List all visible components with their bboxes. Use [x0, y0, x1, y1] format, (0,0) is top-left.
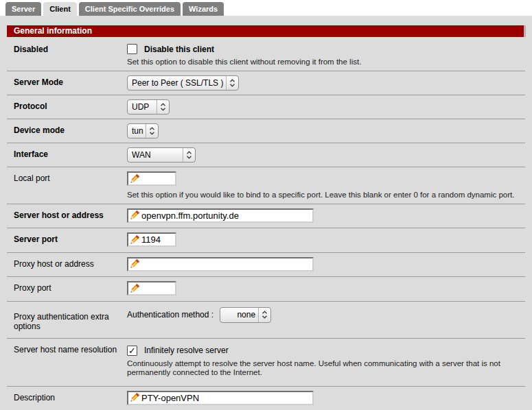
select-arrows-icon	[258, 308, 270, 322]
row-server-port: Server port	[7, 228, 525, 253]
disable-client-checkbox-label: Disable this client	[144, 45, 214, 54]
row-proxy-auth: Proxy authentication extra options Authe…	[7, 302, 525, 339]
proxy-host-input[interactable]	[140, 259, 312, 269]
pencil-icon	[129, 283, 140, 294]
server-mode-select[interactable]: Peer to Peer ( SSL/TLS )	[127, 75, 239, 91]
select-arrows-icon	[226, 76, 238, 90]
tab-client[interactable]: Client	[43, 2, 77, 16]
protocol-select[interactable]: UDP	[127, 99, 170, 114]
tab-wizards[interactable]: Wizards	[183, 2, 224, 16]
infinitely-resolve-checkbox[interactable]: ✓	[127, 346, 137, 356]
proxy-port-input[interactable]	[140, 283, 175, 293]
server-host-field	[127, 208, 314, 223]
tab-server[interactable]: Server	[5, 2, 41, 16]
device-mode-label: Device mode	[7, 123, 127, 138]
pencil-icon	[129, 234, 140, 245]
row-proxy-port: Proxy port	[7, 277, 525, 302]
device-mode-select-value: tun	[128, 124, 146, 138]
checkmark: ✓	[128, 346, 136, 355]
server-host-input[interactable]	[140, 210, 312, 221]
server-mode-select-value: Peer to Peer ( SSL/TLS )	[128, 76, 226, 90]
description-field	[127, 391, 314, 405]
row-protocol: Protocol UDP	[7, 95, 525, 119]
section-title: General information	[14, 26, 92, 36]
section-header: General information	[7, 25, 524, 37]
proxy-host-label: Proxy host or address	[7, 257, 127, 273]
protocol-select-value: UDP	[128, 100, 157, 114]
auth-method-select[interactable]: none	[220, 307, 271, 323]
tab-client-specific-overrides[interactable]: Client Specific Overrides	[79, 2, 181, 16]
description-input[interactable]	[140, 393, 312, 403]
protocol-label: Protocol	[7, 99, 127, 114]
pencil-icon	[129, 258, 140, 269]
local-port-input[interactable]	[140, 173, 175, 184]
proxy-port-label: Proxy port	[7, 281, 127, 297]
pencil-icon	[129, 173, 140, 184]
disable-client-checkbox[interactable]	[127, 44, 137, 54]
pencil-icon	[129, 210, 140, 221]
interface-select[interactable]: WAN	[127, 147, 196, 162]
pencil-icon	[129, 392, 140, 403]
auth-method-select-value: none	[220, 308, 258, 322]
server-mode-label: Server Mode	[7, 75, 127, 91]
server-port-field	[127, 232, 176, 247]
device-mode-select[interactable]: tun	[127, 123, 159, 138]
select-arrows-icon	[157, 100, 169, 114]
description-label: Description	[7, 391, 127, 410]
auth-method-inline-label: Authentication method :	[127, 310, 213, 319]
proxy-port-field	[127, 281, 176, 296]
select-arrows-icon	[146, 124, 158, 138]
local-port-field	[127, 171, 176, 186]
row-server-mode: Server Mode Peer to Peer ( SSL/TLS )	[7, 71, 525, 95]
row-device-mode: Device mode tun	[7, 119, 525, 143]
select-arrows-icon	[183, 148, 195, 162]
row-disabled: Disabled Disable this client Set this op…	[7, 38, 525, 71]
row-interface: Interface WAN	[7, 143, 525, 167]
row-proxy-host: Proxy host or address	[7, 253, 525, 278]
proxy-host-field	[127, 257, 314, 272]
row-description: Description You may enter a description …	[7, 387, 525, 410]
interface-label: Interface	[7, 147, 127, 162]
disabled-label: Disabled	[7, 43, 127, 67]
host-resolution-help: Continuously attempt to resolve the serv…	[127, 359, 524, 377]
server-port-label: Server port	[7, 232, 127, 248]
proxy-auth-label: Proxy authentication extra options	[7, 306, 127, 334]
local-port-help: Set this option if you would like to bin…	[127, 191, 524, 200]
infinitely-resolve-checkbox-label: Infinitely resolve server	[144, 346, 229, 355]
host-resolution-label: Server host name resolution	[7, 343, 127, 382]
row-server-host: Server host or address	[7, 204, 525, 229]
general-information-form: Disabled Disable this client Set this op…	[7, 38, 525, 410]
server-port-input[interactable]	[140, 234, 175, 245]
interface-select-value: WAN	[128, 148, 183, 162]
row-local-port: Local port Set this option if you would …	[7, 167, 525, 204]
disabled-help: Set this option to disable this client w…	[127, 58, 524, 67]
server-host-label: Server host or address	[7, 208, 127, 224]
row-host-resolution: Server host name resolution ✓ Infinitely…	[7, 339, 525, 387]
local-port-label: Local port	[7, 171, 127, 200]
tab-bar: Server Client Client Specific Overrides …	[0, 0, 532, 16]
